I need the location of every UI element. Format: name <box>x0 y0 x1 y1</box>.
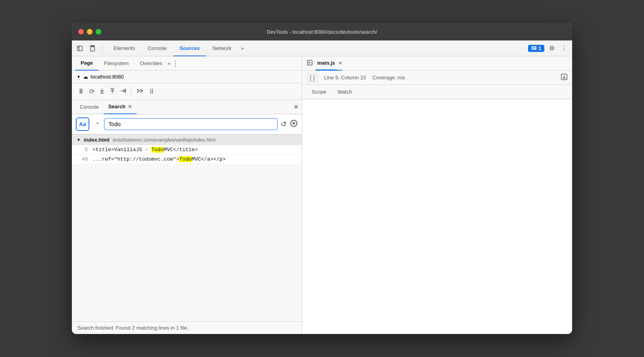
devtools-body: Elements Console Sources Network » 1 ⚙ <box>72 40 572 334</box>
step-into-btn[interactable] <box>98 86 106 97</box>
secondary-tabbar: Page Filesystem Overrides » ⋮ <box>72 56 302 71</box>
refresh-results-btn[interactable]: ↺ <box>281 120 287 129</box>
search-file-name: index.html <box>84 137 110 143</box>
top-tabbar-right: 1 ⚙ ⋮ <box>528 43 569 54</box>
notification-badge[interactable]: 1 <box>528 45 544 52</box>
sec-tab-filesystem[interactable]: Filesystem <box>98 56 134 71</box>
search-result-row[interactable]: 40 ...ref="http://todomvc.com">TodoMVC</… <box>72 155 302 164</box>
svg-rect-2 <box>91 46 94 47</box>
format-btn[interactable]: { } <box>307 73 318 82</box>
search-status: Search finished. Found 2 matching lines … <box>72 321 302 334</box>
top-tabbar: Elements Console Sources Network » 1 ⚙ <box>72 40 572 56</box>
search-tab-close[interactable]: ✕ <box>128 104 132 109</box>
search-result-row[interactable]: 5 <title>VanillaJS · TodoMVC</title> <box>72 145 302 155</box>
result-line-40: 40 <box>78 156 88 162</box>
tab-elements[interactable]: Elements <box>107 40 141 56</box>
file-tree-item[interactable]: ▼ ☁ localhost:8080 <box>77 74 297 80</box>
close-button[interactable] <box>78 29 84 35</box>
search-file-header[interactable]: ▼ index.html tests/todomvc.com/examples/… <box>72 134 302 145</box>
result-code-5: <title>VanillaJS · TodoMVC</title> <box>93 147 198 153</box>
coverage-info: Coverage: n/a <box>372 75 405 81</box>
regex-btn[interactable]: .* <box>93 119 101 129</box>
tab-console[interactable]: Console <box>141 40 173 56</box>
console-tab-label: Console <box>80 104 99 110</box>
right-content <box>302 99 572 334</box>
sec-tab-more[interactable]: » <box>168 61 171 66</box>
search-results: ▼ index.html tests/todomvc.com/examples/… <box>72 134 302 321</box>
right-info-bar: { } Line 9, Column 15 Coverage: n/a <box>302 71 572 85</box>
result-code-40: ...ref="http://todomvc.com">TodoMVC</a><… <box>93 156 226 162</box>
main-area: Page Filesystem Overrides » ⋮ <box>72 56 572 334</box>
svg-rect-0 <box>77 46 82 51</box>
titlebar: DevTools - localhost:8080/docs/devtools/… <box>72 23 572 40</box>
sec-tab-overrides[interactable]: Overrides <box>134 56 168 71</box>
toolbar-separator <box>131 88 131 96</box>
minimize-button[interactable] <box>87 29 93 35</box>
gear-icon[interactable]: ⚙ <box>548 43 556 54</box>
sec-tab-page[interactable]: Page <box>75 56 98 71</box>
watch-tab[interactable]: Watch <box>333 85 357 99</box>
nav-back-icon[interactable] <box>307 60 312 67</box>
bottom-tab-console[interactable]: Console <box>75 100 104 114</box>
case-sensitive-btn[interactable]: Aa <box>76 117 89 131</box>
scope-tab[interactable]: Scope <box>307 85 331 99</box>
right-tab-label: main.js <box>316 56 337 70</box>
file-expand-arrow: ▼ <box>77 138 81 142</box>
bottom-tab-search[interactable]: Search ✕ <box>104 100 137 114</box>
panel-close-btn[interactable]: ✕ <box>293 103 299 111</box>
cloud-icon: ☁ <box>83 74 88 80</box>
async-pause-btn[interactable]: ⏸ <box>147 86 157 97</box>
left-panel: Page Filesystem Overrides » ⋮ <box>72 56 302 334</box>
device-icon[interactable] <box>88 44 97 53</box>
right-panel: main.js ✕ { } Line 9, Column 15 Coverage… <box>302 56 572 334</box>
bottom-tabs: Console Search ✕ ✕ <box>72 100 302 114</box>
search-panel: Aa .* ↺ <box>72 114 302 334</box>
notification-count: 1 <box>538 46 541 51</box>
highlight-todo-5: Todo <box>151 147 164 153</box>
tab-network[interactable]: Network <box>206 40 238 56</box>
inspect-icon[interactable] <box>75 44 85 53</box>
toolbar-icons <box>75 44 102 53</box>
scope-watch-bar: Scope Watch <box>302 85 572 99</box>
file-tree: ▼ ☁ localhost:8080 <box>72 71 302 83</box>
right-tab-close[interactable]: ✕ <box>338 60 342 66</box>
search-input[interactable] <box>104 119 277 130</box>
devtools-window: DevTools - localhost:8080/docs/devtools/… <box>72 23 572 334</box>
tab-more-arrow[interactable]: » <box>238 44 247 53</box>
highlight-todo-40: Todo <box>179 156 191 162</box>
cancel-search-btn[interactable] <box>290 119 298 129</box>
deactivate-breakpoints-btn[interactable] <box>135 86 145 97</box>
sec-tab-menu[interactable]: ⋮ <box>170 59 181 68</box>
expand-arrow: ▼ <box>77 75 81 79</box>
step-next-btn[interactable] <box>118 86 128 97</box>
step-out-btn[interactable] <box>108 86 117 97</box>
file-tree-host: localhost:8080 <box>91 74 124 80</box>
tab-sources[interactable]: Sources <box>173 40 206 56</box>
search-file-path: tests/todomvc.com/examples/vanillajs/ind… <box>113 137 216 143</box>
search-input-wrap <box>104 118 278 130</box>
debug-toolbar: ⏸ ⟳ ⏸ <box>72 83 302 100</box>
step-over-btn[interactable]: ⟳ <box>88 86 96 97</box>
window-title: DevTools - localhost:8080/docs/devtools/… <box>267 29 377 35</box>
result-line-5: 5 <box>78 147 88 153</box>
pause-btn[interactable]: ⏸ <box>76 86 86 97</box>
search-tab-label: Search <box>108 104 125 109</box>
traffic-lights <box>78 29 101 35</box>
maximize-button[interactable] <box>96 29 101 35</box>
search-bar: Aa .* ↺ <box>72 114 302 134</box>
line-info: Line 9, Column 15 <box>324 75 366 81</box>
right-top-bar: main.js ✕ <box>302 56 572 71</box>
download-btn[interactable] <box>561 74 567 81</box>
vertical-menu-icon[interactable]: ⋮ <box>559 43 569 54</box>
